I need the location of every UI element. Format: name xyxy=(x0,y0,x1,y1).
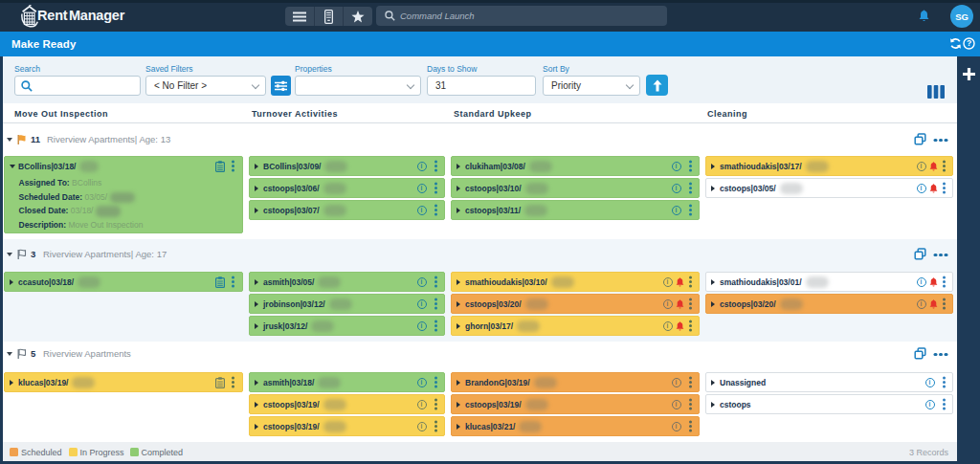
svg-text:?: ? xyxy=(967,38,971,48)
